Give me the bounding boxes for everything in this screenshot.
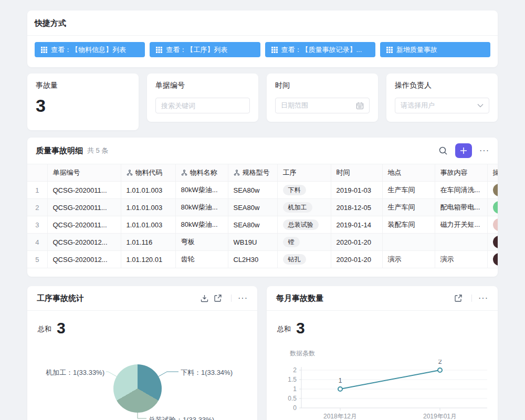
accident-detail-table-card: 质量事故明细 共 5 条 ··· 单据编号 物料代码 物料名称 规格型号 工序 … xyxy=(27,138,498,277)
cell-material-name: 80kW柴油... xyxy=(175,199,228,216)
cell-material-code: 1.01.01.003 xyxy=(121,216,175,234)
cell-material-code: 1.01.01.003 xyxy=(121,199,175,216)
cell-place: 装配车间 xyxy=(382,216,435,234)
cell-spec-model: WB19U xyxy=(228,234,277,251)
cell-doc-no: QCSG-2020011... xyxy=(47,182,121,199)
shortcuts-title: 快捷方式 xyxy=(27,10,498,35)
cell-operator xyxy=(487,234,498,251)
pie-sum-row: 总和 3 xyxy=(27,311,257,336)
y-tick: 1.5 xyxy=(288,376,297,383)
y-tick: 0.5 xyxy=(288,395,297,402)
x-tick-dec: 2018年12月 xyxy=(323,413,357,420)
table-header-bar: 质量事故明细 共 5 条 ··· xyxy=(27,138,498,164)
avatar xyxy=(493,253,498,266)
grid-icon xyxy=(386,47,393,53)
doc-no-search-input[interactable] xyxy=(161,102,244,110)
process-tag: 机加工 xyxy=(283,202,312,213)
shortcut-button-label: 查看：【物料信息】列表 xyxy=(51,45,126,55)
table-row[interactable]: 5 QCSG-2020012... 1.01.120.01 齿轮 CL2H30 … xyxy=(27,251,498,268)
cell-doc-no: QCSG-2020012... xyxy=(47,251,121,268)
grid-icon xyxy=(271,47,278,53)
sum-label: 总和 xyxy=(38,324,51,336)
shortcut-button-label: 查看：【质量事故记录】... xyxy=(281,45,362,55)
y-tick: 1 xyxy=(293,385,297,393)
cell-place: 生产车间 xyxy=(382,182,435,199)
table-row-count: 共 5 条 xyxy=(87,146,108,155)
col-place[interactable]: 地点 xyxy=(382,164,435,182)
table-row[interactable]: 1 QCSG-2020011... 1.01.01.003 80kW柴油... … xyxy=(27,182,498,199)
shortcut-button-accident-record-list[interactable]: 查看：【质量事故记录】... xyxy=(265,42,375,57)
shortcut-button-new-accident[interactable]: 新增质量事故 xyxy=(380,42,490,57)
col-spec-model[interactable]: 规格型号 xyxy=(228,164,277,182)
cell-spec-model: CL2H30 xyxy=(228,251,277,268)
table-title: 质量事故明细 xyxy=(36,146,83,156)
y-tick: 2 xyxy=(293,366,297,374)
doc-no-filter-label: 单据编号 xyxy=(155,81,250,90)
open-fullscreen-button[interactable] xyxy=(211,291,225,305)
shortcuts-row: 查看：【物料信息】列表 查看：【工序】列表 查看：【质量事故记录】... 新增质… xyxy=(27,36,498,57)
cell-time: 2019-01-03 xyxy=(331,182,382,199)
cell-doc-no: QCSG-2020012... xyxy=(47,234,121,251)
avatar xyxy=(493,218,498,231)
pie-more-button[interactable]: ··· xyxy=(238,293,248,303)
cell-doc-no: QCSG-2020011... xyxy=(47,216,121,234)
line-chart: 2 1.5 1 0.5 0 2018年12月 2019年01月 时间（月） 1 … xyxy=(273,360,494,420)
cell-process: 镗 xyxy=(277,234,331,251)
table-more-button[interactable]: ··· xyxy=(479,146,489,155)
data-point-jan xyxy=(438,368,442,372)
shortcut-button-process-list[interactable]: 查看：【工序】列表 xyxy=(150,42,260,57)
chart-header-bar: 工序事故统计 ··· xyxy=(27,286,257,311)
user-select[interactable]: 请选择用户 xyxy=(395,98,489,113)
point-label: 2 xyxy=(438,360,442,365)
line-y-axis-name: 数据条数 xyxy=(290,349,315,358)
line-chart-title: 每月事故数量 xyxy=(276,293,452,303)
user-select-placeholder: 请选择用户 xyxy=(401,101,435,110)
col-operator[interactable]: 操作负责人 xyxy=(487,164,498,182)
cell-doc-no: QCSG-2020011... xyxy=(47,199,121,216)
plus-icon xyxy=(460,147,467,154)
cell-material-code: 1.01.01.003 xyxy=(121,182,175,199)
cell-content: 在车间清洗... xyxy=(435,182,487,199)
cell-process: 下料 xyxy=(277,182,331,199)
col-material-code[interactable]: 物料代码 xyxy=(121,164,175,182)
pie-graphic xyxy=(113,364,162,413)
col-time[interactable]: 时间 xyxy=(331,164,382,182)
table-row[interactable]: 3 QCSG-2020011... 1.01.01.003 80kW柴油... … xyxy=(27,216,498,234)
data-point-dec xyxy=(338,387,342,391)
accident-count-value: 3 xyxy=(36,97,130,114)
search-button[interactable] xyxy=(436,144,450,158)
add-record-button[interactable] xyxy=(455,143,472,158)
cell-content: 磁力开关短... xyxy=(435,216,487,234)
col-material-name[interactable]: 物料名称 xyxy=(175,164,228,182)
doc-no-input-wrap xyxy=(155,98,250,113)
date-range-picker[interactable]: 日期范围 xyxy=(275,98,370,113)
col-doc-no[interactable]: 单据编号 xyxy=(47,164,121,182)
cell-place xyxy=(382,234,435,251)
search-icon xyxy=(438,146,448,155)
cell-material-code: 1.01.116 xyxy=(121,234,175,251)
col-content[interactable]: 事故内容 xyxy=(435,164,487,182)
avatar xyxy=(493,201,498,214)
divider xyxy=(231,295,232,302)
export-button[interactable] xyxy=(197,291,211,305)
process-tag: 钻孔 xyxy=(283,254,306,265)
operator-filter-card: 操作负责人 请选择用户 xyxy=(386,74,498,122)
cell-content: 演示 xyxy=(435,251,487,268)
shortcut-button-material-list[interactable]: 查看：【物料信息】列表 xyxy=(35,42,145,57)
accident-count-card: 事故量 3 xyxy=(27,74,139,130)
pie-label-assembly-test: 总装试验：1(33.33%) xyxy=(149,415,214,420)
open-fullscreen-button[interactable] xyxy=(452,291,465,305)
table-row[interactable]: 2 QCSG-2020011... 1.01.01.003 80kW柴油... … xyxy=(27,199,498,216)
cell-content xyxy=(435,234,487,251)
table-row[interactable]: 4 QCSG-2020012... 1.01.116 弯板 WB19U 镗 20… xyxy=(27,234,498,251)
cell-operator xyxy=(487,216,498,234)
download-icon xyxy=(200,294,209,303)
col-process[interactable]: 工序 xyxy=(277,164,331,182)
line-more-button[interactable]: ··· xyxy=(478,293,488,303)
time-filter-card: 时间 日期范围 xyxy=(267,74,378,122)
cell-time: 2020-01-20 xyxy=(331,234,382,251)
cell-place: 生产车间 xyxy=(382,199,435,216)
operator-filter-label: 操作负责人 xyxy=(395,81,489,90)
grid-icon xyxy=(156,47,162,53)
line-sum-row: 总和 3 xyxy=(267,311,498,336)
